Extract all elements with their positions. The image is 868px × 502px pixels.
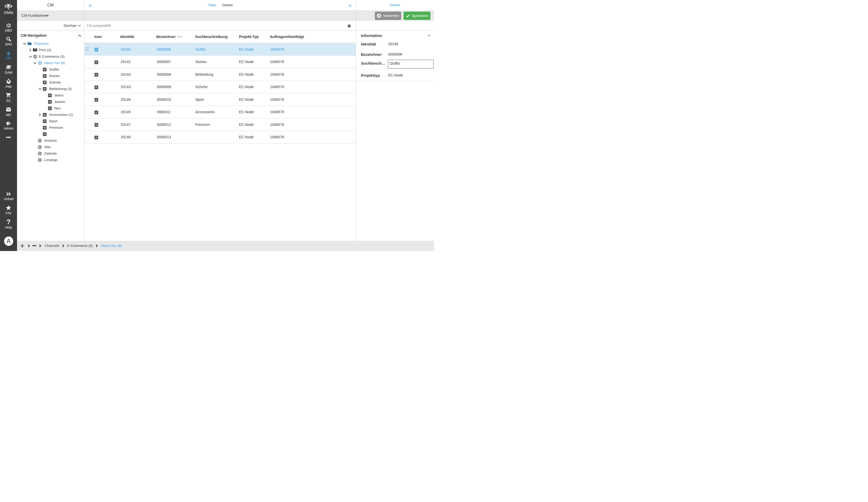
svg-text:P: P — [8, 79, 9, 80]
